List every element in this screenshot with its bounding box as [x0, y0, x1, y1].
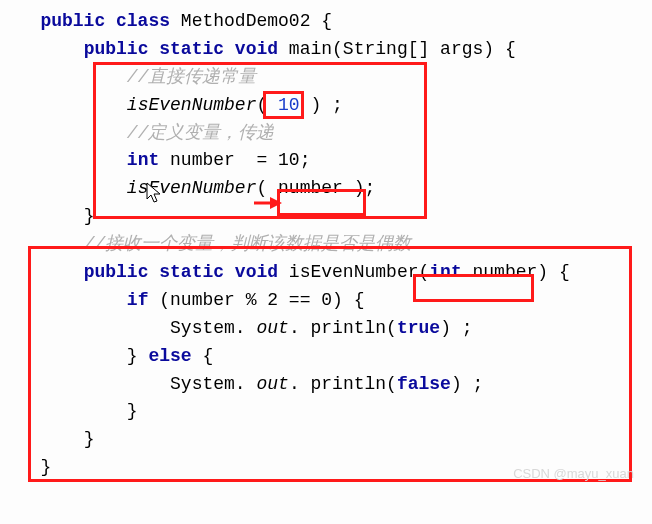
code-line: public class MethodDemo02 {: [8, 8, 644, 36]
code-line: isEvenNumber( number );: [8, 175, 644, 203]
code-line: } else {: [8, 343, 644, 371]
code-line: System. out. println(false) ;: [8, 371, 644, 399]
code-line: //接收一个变量，判断该数据是否是偶数: [8, 231, 644, 259]
code-line: int number = 10;: [8, 147, 644, 175]
watermark: CSDN @mayu_xuan: [513, 464, 634, 484]
code-line: public static void main(String[] args) {: [8, 36, 644, 64]
code-line: }: [8, 426, 644, 454]
code-line: if (number % 2 == 0) {: [8, 287, 644, 315]
code-line: public static void isEvenNumber(int numb…: [8, 259, 644, 287]
code-line: }: [8, 398, 644, 426]
code-line: //直接传递常量: [8, 64, 644, 92]
code-line: }: [8, 203, 644, 231]
code-line: System. out. println(true) ;: [8, 315, 644, 343]
code-line: isEvenNumber( 10 ) ;: [8, 92, 644, 120]
code-line: //定义变量，传递: [8, 120, 644, 148]
